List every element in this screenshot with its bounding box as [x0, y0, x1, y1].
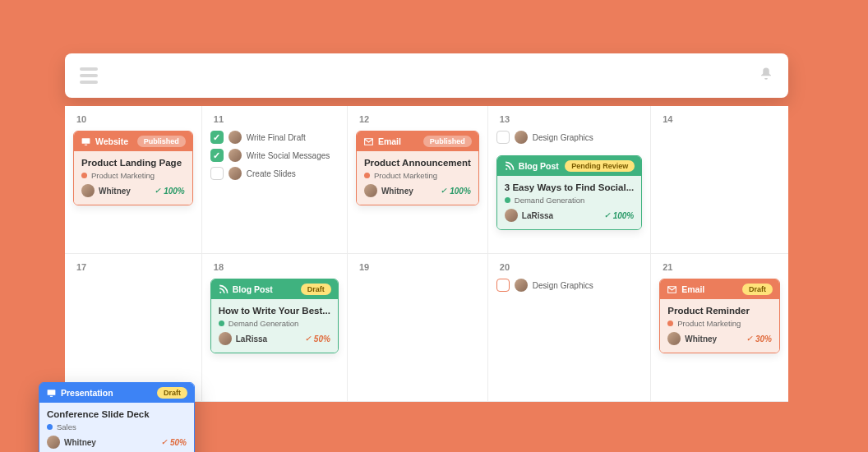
progress-badge: 100%: [441, 187, 471, 196]
category-label: Demand Generation: [229, 319, 299, 328]
task-label: Design Graphics: [533, 281, 593, 290]
owner-label: LaRissa: [522, 211, 553, 220]
status-badge: Published: [423, 136, 472, 147]
card-header: Website Published: [74, 131, 192, 151]
card-type-label: Blog Post: [519, 161, 559, 171]
owner-label: Whitney: [64, 438, 96, 447]
category-dot: [667, 321, 673, 326]
checkbox-icon[interactable]: [210, 167, 224, 180]
menu-icon[interactable]: [80, 67, 98, 84]
top-bar: [65, 53, 788, 98]
svg-rect-4: [48, 390, 56, 395]
day-cell-10[interactable]: 10 Website Published Product Landing Pag…: [65, 106, 202, 254]
day-cell-19[interactable]: 19: [348, 254, 488, 402]
category-dot: [219, 321, 224, 326]
card-blog-social[interactable]: Blog PostPending Review 3 Easy Ways to F…: [496, 155, 642, 230]
avatar: [667, 332, 681, 345]
avatar: [47, 436, 60, 449]
day-cell-20[interactable]: 20 Design Graphics: [488, 254, 651, 402]
category-label: Product Marketing: [374, 171, 437, 180]
card-title: Product Reminder: [667, 306, 772, 316]
task-label: Write Social Messages: [247, 151, 330, 160]
day-number: 21: [659, 262, 780, 272]
category-dot: [505, 197, 510, 203]
status-badge: Draft: [742, 284, 773, 295]
checkbox-icon[interactable]: ✓: [210, 149, 224, 162]
day-cell-17[interactable]: 17: [65, 254, 202, 402]
day-number: 14: [659, 114, 780, 124]
category-dot: [81, 173, 87, 178]
progress-badge: 30%: [746, 334, 772, 344]
status-badge: Published: [137, 136, 186, 147]
status-badge: Draft: [301, 284, 331, 295]
svg-rect-0: [82, 138, 90, 144]
status-badge: Pending Review: [565, 160, 635, 172]
progress-badge: 50%: [161, 438, 187, 447]
status-badge: Draft: [157, 387, 187, 399]
checkbox-icon[interactable]: [496, 279, 510, 292]
avatar: [219, 332, 232, 345]
avatar: [515, 131, 528, 144]
card-email-announce[interactable]: EmailPublished Product Announcement Prod…: [356, 131, 479, 205]
svg-point-3: [219, 291, 221, 293]
day-number: 17: [73, 262, 193, 272]
card-website[interactable]: Website Published Product Landing Page P…: [73, 131, 193, 205]
category-label: Product Marketing: [91, 171, 155, 180]
envelope-icon: [667, 284, 677, 295]
task-row[interactable]: ✓Write Final Draft: [210, 131, 339, 144]
avatar: [364, 184, 377, 197]
calendar-grid: 10 Website Published Product Landing Pag…: [65, 106, 788, 402]
monitor-icon: [81, 136, 91, 147]
envelope-icon: [363, 136, 374, 147]
presentation-icon: [46, 388, 57, 399]
card-email-reminder[interactable]: EmailDraft Product Reminder Product Mark…: [659, 279, 780, 353]
category-label: Sales: [57, 422, 76, 431]
card-type-label: Presentation: [61, 388, 113, 398]
day-number: 12: [356, 114, 479, 124]
day-cell-11[interactable]: 11 ✓Write Final Draft ✓Write Social Mess…: [202, 106, 348, 254]
card-type-label: Website: [95, 136, 128, 146]
task-label: Create Slides: [247, 169, 296, 178]
owner-label: Whitney: [381, 187, 413, 196]
task-label: Write Final Draft: [247, 133, 306, 142]
card-title: How to Write Your Best...: [219, 306, 330, 316]
day-cell-21[interactable]: 21 EmailDraft Product Reminder Product M…: [651, 254, 788, 402]
checkbox-icon[interactable]: [496, 131, 510, 144]
task-row[interactable]: Create Slides: [210, 167, 339, 180]
checkbox-icon[interactable]: ✓: [210, 131, 224, 144]
category-label: Demand Generation: [515, 196, 585, 205]
card-title: Conference Slide Deck: [47, 409, 187, 419]
avatar: [229, 149, 242, 162]
svg-rect-1: [85, 144, 87, 145]
bell-icon[interactable]: [759, 67, 773, 85]
task-row[interactable]: ✓Write Social Messages: [210, 149, 339, 162]
card-presentation[interactable]: PresentationDraft Conference Slide Deck …: [39, 382, 195, 452]
category-label: Product Marketing: [677, 319, 741, 328]
day-cell-18[interactable]: 18 Blog PostDraft How to Write Your Best…: [202, 254, 348, 402]
day-number: 19: [356, 262, 479, 272]
svg-point-2: [506, 168, 507, 169]
task-row[interactable]: Design Graphics: [496, 279, 642, 292]
card-type-label: Blog Post: [233, 284, 273, 294]
owner-label: Whitney: [99, 187, 131, 196]
day-number: 13: [496, 114, 642, 124]
day-number: 10: [73, 114, 193, 124]
task-row[interactable]: Design Graphics: [496, 131, 642, 144]
avatar: [505, 209, 518, 222]
day-cell-14[interactable]: 14: [651, 106, 788, 254]
avatar: [229, 131, 242, 144]
category-dot: [364, 173, 370, 178]
day-cell-13[interactable]: 13 Design Graphics Blog PostPending Revi…: [488, 106, 651, 254]
category-dot: [47, 424, 53, 430]
card-title: Product Announcement: [364, 158, 471, 168]
avatar: [229, 167, 242, 180]
avatar: [81, 184, 95, 197]
day-number: 18: [210, 262, 339, 272]
day-number: 20: [496, 262, 642, 272]
progress-badge: 100%: [604, 211, 635, 220]
card-type-label: Email: [378, 136, 401, 146]
rss-icon: [218, 284, 229, 295]
progress-badge: 100%: [155, 187, 185, 196]
day-cell-12[interactable]: 12 EmailPublished Product Announcement P…: [348, 106, 488, 254]
card-blog-best[interactable]: Blog PostDraft How to Write Your Best...…: [210, 279, 339, 353]
